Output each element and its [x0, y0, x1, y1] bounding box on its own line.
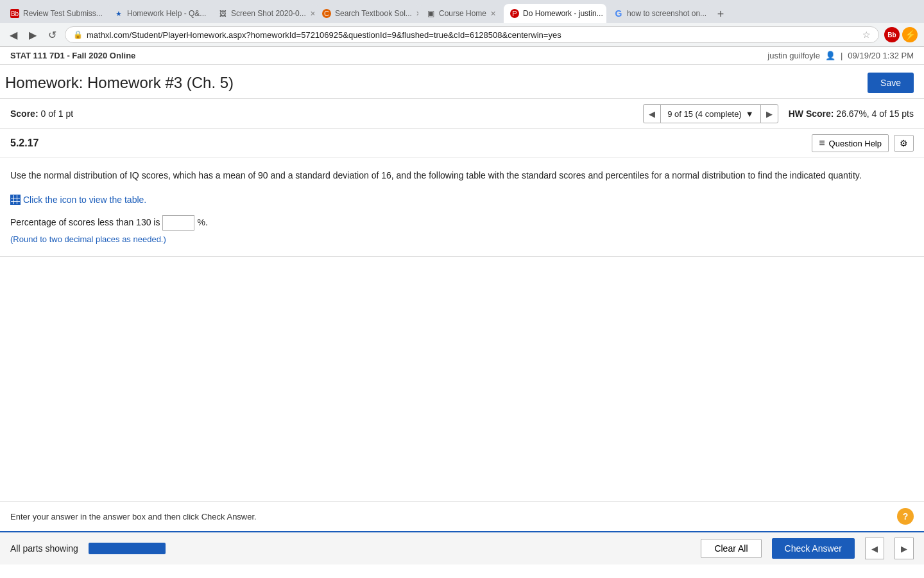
- tab-close-homework-help[interactable]: ✕: [210, 10, 210, 18]
- bottom-bar: All parts showing Clear All Check Answer…: [0, 531, 924, 565]
- save-button[interactable]: Save: [868, 73, 914, 93]
- table-icon-link[interactable]: Click the icon to view the table.: [10, 193, 146, 207]
- ext-icon-1[interactable]: Bb: [884, 27, 900, 42]
- tab-icon-course-home: ▣: [426, 9, 435, 18]
- answer-input[interactable]: [162, 215, 194, 231]
- settings-button[interactable]: ⚙: [894, 135, 914, 152]
- question-text: Use the normal distribution of IQ scores…: [10, 168, 914, 182]
- list-icon: ≡: [819, 137, 825, 149]
- page-header-right: justin guilfoyle 👤 | 09/19/20 1:32 PM: [767, 51, 914, 60]
- progress-bar: [89, 543, 166, 554]
- question-body: Use the normal distribution of IQ scores…: [0, 158, 924, 256]
- tab-label-screenshot: Screen Shot 2020-0...: [231, 9, 306, 18]
- chevron-down-icon: ▼: [746, 109, 754, 119]
- tab-bar: Bb Review Test Submiss... ✕ ★ Homework H…: [0, 0, 924, 23]
- question-help-button[interactable]: ≡ Question Help: [812, 134, 889, 152]
- lock-icon: 🔒: [73, 30, 83, 39]
- homework-header: Homework: Homework #3 (Ch. 5) Save: [0, 65, 924, 99]
- table-link-text: Click the icon to view the table.: [23, 193, 146, 207]
- tab-icon-review: Bb: [10, 9, 19, 18]
- divider: |: [841, 51, 843, 60]
- question-nav-label: 9 of 15 (4 complete): [667, 109, 742, 119]
- tab-close-screenshot[interactable]: ✕: [310, 10, 314, 18]
- tab-label-course-home: Course Home: [439, 9, 486, 18]
- instructions-text: Enter your answer in the answer box and …: [10, 512, 257, 521]
- all-parts-label: All parts showing: [10, 543, 78, 554]
- question-help-label: Question Help: [829, 139, 882, 148]
- progress-bar-fill: [89, 543, 166, 554]
- question-number-bar: 5.2.17 ≡ Question Help ⚙: [0, 129, 924, 158]
- round-note: (Round to two decimal places as needed.): [10, 233, 914, 247]
- question-tools: ≡ Question Help ⚙: [812, 134, 914, 152]
- tab-label-review: Review Test Submiss...: [23, 9, 103, 18]
- tab-howto[interactable]: G how to screenshot on... ✕: [608, 4, 710, 23]
- user-icon: 👤: [825, 51, 835, 60]
- next-question-button[interactable]: ▶: [760, 104, 778, 123]
- url-text: mathxl.com/Student/PlayerHomework.aspx?h…: [87, 30, 859, 40]
- answer-row: Percentage of scores less than 130 is %.: [10, 215, 914, 231]
- back-button[interactable]: ◀: [6, 28, 21, 42]
- tab-close-course-home[interactable]: ✕: [490, 10, 496, 18]
- tab-icon-homework-help: ★: [114, 9, 123, 18]
- tab-icon-do-homework: P: [510, 9, 519, 18]
- answer-prefix: Percentage of scores less than 130 is: [10, 215, 160, 229]
- hw-score-label: HW Score:: [789, 109, 834, 119]
- tab-close-search-textbook[interactable]: ✕: [416, 10, 418, 18]
- help-button[interactable]: ?: [897, 508, 914, 525]
- question-dropdown[interactable]: 9 of 15 (4 complete) ▼: [661, 104, 760, 123]
- page-header: STAT 111 7D1 - Fall 2020 Online justin g…: [0, 47, 924, 65]
- tab-do-homework[interactable]: P Do Homework - justin... ✕: [504, 4, 606, 23]
- datetime: 09/19/20 1:32 PM: [848, 51, 914, 60]
- new-tab-button[interactable]: +: [712, 5, 730, 23]
- ext-icon-2[interactable]: ⚡: [902, 27, 918, 42]
- tab-screenshot[interactable]: 🖼 Screen Shot 2020-0... ✕: [212, 4, 314, 23]
- hw-score: HW Score: 26.67%, 4 of 15 pts: [789, 109, 914, 119]
- empty-area: [0, 257, 924, 501]
- score-val: 0 of 1 pt: [40, 109, 73, 119]
- tab-icon-search-textbook: C: [322, 9, 331, 18]
- tab-label-howto: how to screenshot on...: [627, 9, 706, 18]
- check-answer-button[interactable]: Check Answer: [772, 538, 855, 559]
- score-bar: Score: 0 of 1 pt ◀ 9 of 15 (4 complete) …: [0, 99, 924, 129]
- tab-icon-screenshot: 🖼: [218, 9, 227, 18]
- tab-label-homework-help: Homework Help - Q&...: [127, 9, 206, 18]
- browser-chrome: Bb Review Test Submiss... ✕ ★ Homework H…: [0, 0, 924, 47]
- bottom-next-button[interactable]: ▶: [894, 538, 914, 559]
- prev-question-button[interactable]: ◀: [643, 104, 661, 123]
- reload-button[interactable]: ↺: [45, 28, 60, 42]
- bookmark-icon[interactable]: ☆: [862, 30, 871, 40]
- tab-review[interactable]: Bb Review Test Submiss... ✕: [4, 4, 107, 23]
- username: justin guilfoyle: [767, 51, 820, 60]
- tab-search-textbook[interactable]: C Search Textbook Sol... ✕: [316, 4, 418, 23]
- course-title: STAT 111 7D1 - Fall 2020 Online: [10, 51, 767, 60]
- bottom-instructions: Enter your answer in the answer box and …: [0, 501, 924, 531]
- score-left: Score: 0 of 1 pt: [10, 109, 643, 119]
- question-number: 5.2.17: [10, 137, 812, 149]
- address-bar[interactable]: 🔒 mathxl.com/Student/PlayerHomework.aspx…: [65, 26, 879, 43]
- tab-label-search-textbook: Search Textbook Sol...: [335, 9, 412, 18]
- clear-all-button[interactable]: Clear All: [701, 539, 761, 558]
- homework-title: Homework: Homework #3 (Ch. 5): [5, 74, 868, 92]
- score-label: Score:: [10, 109, 38, 119]
- hw-score-val: 26.67%, 4 of 15 pts: [836, 109, 914, 119]
- question-section: 5.2.17 ≡ Question Help ⚙ Use the normal …: [0, 129, 924, 257]
- forward-button[interactable]: ▶: [26, 28, 40, 42]
- tab-homework-help[interactable]: ★ Homework Help - Q&... ✕: [108, 4, 210, 23]
- question-nav: ◀ 9 of 15 (4 complete) ▼ ▶: [643, 104, 778, 123]
- extension-icons: Bb ⚡: [884, 27, 918, 42]
- table-grid-icon: [10, 195, 21, 205]
- address-bar-row: ◀ ▶ ↺ 🔒 mathxl.com/Student/PlayerHomewor…: [0, 23, 924, 46]
- answer-suffix: %.: [197, 215, 207, 229]
- tab-label-do-homework: Do Homework - justin...: [523, 9, 603, 18]
- bottom-prev-button[interactable]: ◀: [865, 538, 884, 559]
- tab-course-home[interactable]: ▣ Course Home ✕: [420, 4, 502, 23]
- tab-icon-howto: G: [614, 9, 623, 18]
